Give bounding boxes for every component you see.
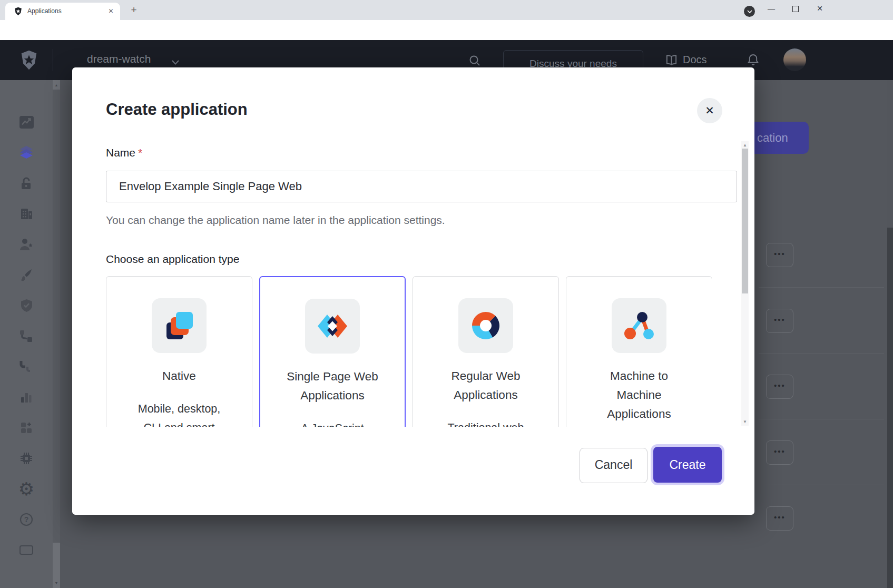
m2m-network-icon xyxy=(622,309,656,342)
sidebar-item-settings[interactable]: ⚙ xyxy=(19,482,34,496)
row-actions-menu-button[interactable]: ••• xyxy=(766,440,793,465)
card-description: Mobile, desktop, CLI and smart xyxy=(129,399,229,427)
sidebar-scrollbar-thumb[interactable] xyxy=(53,90,60,543)
window-maximize-button[interactable] xyxy=(784,0,807,17)
card-description: Traditional web xyxy=(436,418,536,427)
tenant-name[interactable]: dream-watch xyxy=(87,53,151,65)
user-avatar[interactable] xyxy=(783,48,806,71)
sidebar-item-activity[interactable] xyxy=(19,115,34,129)
sidebar-item-auth-pipeline[interactable] xyxy=(19,360,34,374)
sidebar-item-organizations[interactable] xyxy=(19,207,34,221)
row-actions-menu-button[interactable]: ••• xyxy=(766,506,793,531)
tab-title: Applications xyxy=(27,3,62,20)
application-name-input[interactable] xyxy=(106,171,737,202)
card-regular-web[interactable]: Regular Web Applications Traditional web xyxy=(413,276,559,427)
m2m-icon-tile xyxy=(612,298,666,353)
header-search-icon[interactable] xyxy=(469,55,480,68)
application-type-cards: Native Mobile, desktop, CLI and smart Si… xyxy=(106,276,712,427)
browser-profile-chevron-icon[interactable] xyxy=(744,6,755,17)
tab-close-icon[interactable]: ✕ xyxy=(106,7,115,16)
window-close-button[interactable]: ✕ xyxy=(809,0,831,17)
browser-tab-applications[interactable]: Applications ✕ xyxy=(5,3,120,20)
browser-tab-strip: Applications ✕ + — ✕ xyxy=(0,0,893,20)
modal-close-icon[interactable]: ✕ xyxy=(697,98,722,123)
page-scrollbar[interactable] xyxy=(887,80,893,588)
cancel-button[interactable]: Cancel xyxy=(580,448,647,483)
card-description: A JavaScript xyxy=(282,419,382,427)
native-stack-icon xyxy=(162,309,196,342)
regular-web-donut-icon xyxy=(469,309,503,342)
sidebar-item-collapse[interactable] xyxy=(19,543,34,557)
docs-link[interactable]: Docs xyxy=(683,54,707,66)
sidebar-item-monitoring[interactable] xyxy=(19,390,34,404)
row-divider xyxy=(759,287,884,288)
docs-book-icon xyxy=(665,55,678,67)
card-title: Native xyxy=(124,367,234,386)
row-divider xyxy=(759,485,884,485)
card-title: Machine to Machine Applications xyxy=(604,367,675,424)
native-icon-tile xyxy=(152,298,207,353)
sidebar-item-marketplace[interactable] xyxy=(19,421,34,435)
create-application-modal: Create application ✕ Name* You can chang… xyxy=(72,67,754,515)
regular-web-icon-tile xyxy=(458,298,513,353)
name-label: Name* xyxy=(106,146,142,159)
modal-scrollbar[interactable]: ▲ ▼ xyxy=(741,141,749,426)
sidebar-item-security[interactable] xyxy=(19,299,34,312)
modal-scrollbar-thumb[interactable] xyxy=(742,149,748,293)
spa-icon-tile xyxy=(305,299,360,354)
application-type-label: Choose an application type xyxy=(106,253,239,266)
card-title: Regular Web Applications xyxy=(430,367,541,405)
create-button[interactable]: Create xyxy=(653,447,722,483)
row-actions-menu-button[interactable]: ••• xyxy=(766,375,793,399)
sidebar-item-authentication[interactable] xyxy=(19,177,34,190)
sidebar-nav: ⚙ ? xyxy=(0,80,53,588)
card-machine-to-machine[interactable]: Machine to Machine Applications xyxy=(566,276,712,427)
name-help-text: You can change the application name late… xyxy=(106,214,445,227)
card-single-page-web[interactable]: Single Page Web Applications A JavaScrip… xyxy=(259,276,406,427)
sidebar-item-branding[interactable] xyxy=(19,268,34,282)
auth0-favicon-icon xyxy=(14,7,23,18)
header-divider xyxy=(53,49,53,71)
page-scrollbar-thumb[interactable] xyxy=(887,80,893,228)
sidebar-item-help[interactable]: ? xyxy=(19,513,34,526)
browser-toolbar: ← → ⟳ manage.auth0.com/dashboard/eu/drea… xyxy=(0,20,893,40)
tenant-chevron-down-icon[interactable] xyxy=(172,57,179,67)
sidebar-item-extensions[interactable] xyxy=(19,452,34,465)
maximize-icon xyxy=(792,6,799,12)
sidebar-item-applications[interactable] xyxy=(19,146,34,160)
new-tab-button[interactable]: + xyxy=(129,5,139,15)
sidebar-scrollbar[interactable]: ▲ ▼ xyxy=(53,80,60,588)
row-divider xyxy=(759,353,884,354)
row-actions-menu-button[interactable]: ••• xyxy=(766,243,793,267)
row-divider xyxy=(759,419,884,419)
sidebar-item-actions[interactable] xyxy=(19,329,34,343)
card-title: Single Page Web Applications xyxy=(277,367,388,405)
auth0-logo-icon xyxy=(19,50,39,73)
notifications-bell-icon[interactable] xyxy=(747,54,759,68)
modal-title: Create application xyxy=(106,100,248,119)
required-asterisk: * xyxy=(138,146,142,159)
card-native[interactable]: Native Mobile, desktop, CLI and smart xyxy=(106,276,252,427)
svg-text:?: ? xyxy=(24,515,29,524)
row-actions-menu-button[interactable]: ••• xyxy=(766,309,793,333)
window-minimize-button[interactable]: — xyxy=(760,0,782,17)
sidebar-item-user-management[interactable] xyxy=(19,238,34,251)
create-application-button-background[interactable]: cation xyxy=(754,122,809,154)
screen: Applications ✕ + — ✕ ← → ⟳ man xyxy=(0,0,893,588)
spa-diamond-icon xyxy=(316,309,349,343)
